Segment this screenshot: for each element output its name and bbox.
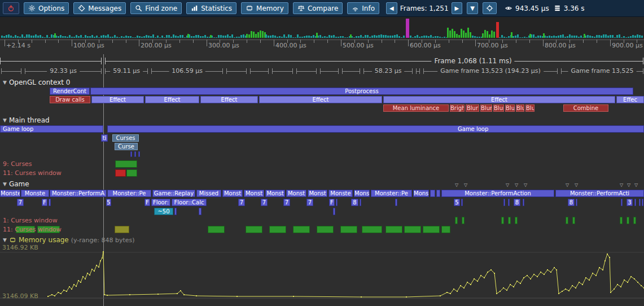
frame-histogram-bar[interactable] [148, 36, 150, 38]
collapsed-zone-marker[interactable]: ▽ [464, 183, 467, 187]
frame-histogram-bar[interactable] [146, 35, 147, 38]
frame-histogram-bar[interactable] [26, 34, 28, 38]
frame-histogram-bar[interactable] [414, 36, 416, 38]
power-button[interactable] [3, 2, 19, 14]
frame-histogram-bar[interactable] [262, 31, 264, 38]
frame-histogram-bar[interactable] [412, 37, 414, 38]
frame-histogram-bar[interactable] [385, 35, 387, 38]
frame-histogram-bar[interactable] [46, 35, 48, 38]
frame-histogram-bar[interactable] [338, 37, 339, 38]
frame-histogram-bar[interactable] [616, 35, 618, 38]
zone-bar[interactable]: Game loop [107, 125, 644, 133]
frame-histogram-bar[interactable] [535, 37, 537, 38]
frame-histogram-bar[interactable] [44, 37, 46, 38]
frame-histogram-bar[interactable] [73, 37, 75, 38]
frame-histogram-bar[interactable] [69, 35, 71, 38]
frame-histogram-bar[interactable] [437, 36, 439, 38]
frame-histogram-bar[interactable] [333, 35, 335, 38]
frame-histogram-bar[interactable] [389, 36, 391, 38]
frame-histogram-bar[interactable] [184, 37, 186, 38]
zone-bar[interactable] [340, 226, 357, 233]
subframe-span-line[interactable] [1, 71, 21, 72]
frame-histogram-bar[interactable] [454, 31, 455, 38]
frame-histogram-bar[interactable] [529, 34, 531, 38]
zone-bar[interactable] [576, 199, 577, 206]
zone-bar[interactable] [360, 199, 361, 206]
zone-bar[interactable] [436, 190, 440, 197]
frame-histogram-bar[interactable] [177, 36, 179, 38]
frame-histogram-bar[interactable] [456, 34, 458, 38]
collapsed-zone-marker[interactable]: ▽ [506, 183, 509, 187]
frame-histogram-bar[interactable] [474, 36, 476, 38]
frame-histogram-bar[interactable] [91, 35, 93, 38]
frame-histogram-bar[interactable] [447, 28, 449, 38]
frame-histogram-bar[interactable] [157, 36, 159, 38]
zone-bar[interactable]: Effec [616, 96, 644, 103]
frame-histogram-bar[interactable] [82, 37, 84, 38]
frame-histogram-bar[interactable] [506, 37, 507, 38]
subframe-span-label[interactable]: 106.59 µs [169, 67, 205, 75]
subframe-span-label[interactable]: Game frame 13,525 [568, 67, 637, 75]
zone-bar[interactable]: 3 [627, 199, 633, 206]
zone-bar[interactable]: 8 [514, 199, 520, 206]
zone-bar[interactable] [430, 190, 435, 197]
frame-histogram-bar[interactable] [398, 36, 400, 38]
frame-histogram-bar[interactable] [132, 37, 134, 38]
frame-histogram-bar[interactable] [51, 34, 52, 38]
frame-histogram-bar[interactable] [308, 36, 310, 38]
frame-histogram-bar[interactable] [549, 36, 550, 38]
zone-bar[interactable] [317, 226, 334, 233]
zone-bar[interactable]: Combine [563, 104, 608, 112]
frame-histogram-bar[interactable] [310, 36, 312, 38]
frame-histogram-bar[interactable] [344, 37, 346, 38]
frame-histogram-bar[interactable] [15, 35, 16, 38]
subframe-span-label[interactable]: 92.33 µs [47, 67, 80, 75]
frame-histogram-bar[interactable] [8, 34, 10, 38]
frame-histogram-bar[interactable] [356, 36, 357, 38]
frame-histogram-bar[interactable] [85, 35, 86, 38]
subframe-span-line[interactable] [296, 71, 317, 72]
frame-histogram-bar[interactable] [295, 37, 296, 38]
frame-histogram-bar[interactable] [204, 35, 206, 38]
frame-histogram-bar[interactable] [121, 36, 122, 38]
frame-histogram-bar[interactable] [281, 37, 283, 38]
zone-bar[interactable]: Postprocess [90, 88, 633, 95]
frame-histogram-bar[interactable] [166, 35, 168, 38]
frame-histogram-bar[interactable] [571, 36, 573, 38]
frame-histogram-bar[interactable] [103, 35, 104, 38]
collapsed-zone-marker[interactable]: ▽ [455, 183, 458, 187]
memory-plot[interactable] [0, 243, 644, 306]
frame-histogram-bar[interactable] [567, 36, 568, 38]
frame-histogram-bar[interactable] [76, 35, 77, 38]
frame-histogram-bar[interactable] [584, 34, 585, 38]
frame-histogram-bar[interactable] [30, 36, 32, 38]
frame-histogram-bar[interactable] [342, 36, 344, 38]
info-button[interactable]: Info [347, 2, 379, 14]
zone-bar[interactable]: Monste [328, 190, 353, 197]
frame-histogram-bar[interactable] [173, 34, 174, 38]
zone-bar[interactable] [620, 217, 623, 224]
zone-bar[interactable]: Effect [91, 96, 144, 103]
zone-bar[interactable]: Monste [0, 190, 20, 197]
subframe-span-line[interactable] [272, 71, 293, 72]
frame-histogram-bar[interactable] [362, 37, 364, 38]
zone-bar[interactable]: Blur [505, 104, 515, 112]
zone-bar[interactable] [523, 199, 524, 206]
frame-histogram-bar[interactable] [159, 37, 161, 38]
frame-histogram-bar[interactable] [612, 35, 614, 38]
subframe-span-line[interactable] [342, 71, 360, 72]
frame-histogram-bar[interactable] [220, 35, 222, 38]
zone-bar[interactable] [126, 169, 137, 177]
frame-histogram-bar[interactable] [279, 36, 281, 38]
zone-bar[interactable] [404, 226, 421, 233]
zone-bar[interactable]: Curses [112, 134, 139, 142]
frame-histogram-bar[interactable] [283, 34, 285, 38]
frame-histogram-bar[interactable] [335, 37, 337, 38]
frame-histogram-bar[interactable] [60, 35, 62, 38]
frame-histogram-bar[interactable] [628, 37, 629, 38]
frame-histogram-bar[interactable] [299, 37, 301, 38]
zone-bar[interactable]: Blur [466, 104, 479, 112]
section-header-opengl[interactable]: ▼ OpenGL context 0 [3, 78, 70, 86]
zone-bar[interactable]: Effect [200, 96, 258, 103]
zone-bar[interactable] [395, 199, 397, 206]
